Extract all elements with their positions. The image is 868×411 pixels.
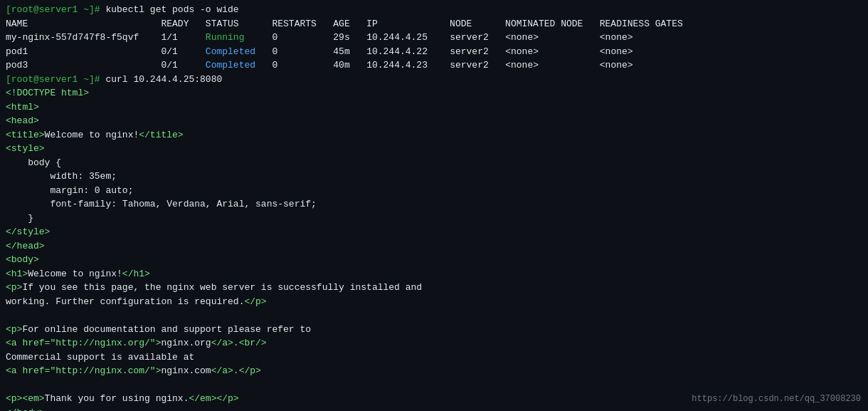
pod3-name: pod3 [6,60,161,71]
command-2: curl 10.244.4.25:8080 [100,74,223,85]
pod1-age: 29s [333,32,366,43]
output-3: <head> [6,114,862,128]
output-7: width: 35em; [6,170,862,184]
pod3-row: pod3 0/1 Completed 0 40m 10.244.4.23 ser… [6,58,862,73]
pod2-ip: 10.244.4.22 [366,46,450,57]
pod1-row: my-nginx-557d747f8-f5qvf 1/1 Running 0 2… [6,31,862,45]
output-13: <body> [6,253,862,267]
output-9: font-family: Tahoma, Verdana, Arial, san… [6,197,862,212]
pod1-name: my-nginx-557d747f8-f5qvf [6,32,161,43]
pod2-status: Completed [206,46,272,57]
pod2-nominated: <none> [505,46,600,57]
command-line-1: [root@server1 ~]# kubectl get pods -o wi… [6,3,862,17]
command-line-2: [root@server1 ~]# curl 10.244.4.25:8080 [6,73,862,87]
output-4: <title>Welcome to nginx!</title> [6,128,862,142]
command-1: kubectl get pods -o wide [100,4,239,15]
pod2-restarts: 0 [272,46,333,57]
terminal: [root@server1 ~]# kubectl get pods -o wi… [0,0,868,411]
prompt-2: [root@server1 ~]# [6,74,100,85]
output-8: margin: 0 auto; [6,184,862,198]
pod1-restarts: 0 [272,32,333,43]
pod3-node: server2 [450,60,505,71]
watermark: https://blog.csdn.net/qq_37008230 [692,394,861,404]
pod2-row: pod1 0/1 Completed 0 45m 10.244.4.22 ser… [6,45,862,59]
prompt-1: [root@server1 ~]# [6,4,100,15]
pod1-ip: 10.244.4.25 [366,32,450,43]
pod3-age: 40m [333,60,366,71]
output-1: <!DOCTYPE html> [6,86,862,100]
pod1-nominated: <none> [505,32,600,43]
output-6: body { [6,156,862,170]
pod2-age: 45m [333,46,366,57]
output-2: <html> [6,100,862,115]
output-12: </head> [6,239,862,254]
pod3-ip: 10.244.4.23 [366,60,450,71]
pod1-ready: 1/1 [161,32,205,43]
output-10: } [6,212,862,226]
pod1-readiness: <none> [600,32,633,43]
output-blank-1 [6,308,862,323]
pod3-status: Completed [206,60,272,71]
output-17: <p>For online documentation and support … [6,323,862,337]
output-16: working. Further configuration is requir… [6,295,862,309]
output-19: Commercial support is available at [6,350,862,365]
pod1-status: Running [206,32,272,43]
pod3-readiness: <none> [600,60,633,71]
pod2-readiness: <none> [600,46,633,57]
pod2-ready: 0/1 [161,46,205,57]
pod2-name: pod1 [6,46,161,57]
pod3-nominated: <none> [505,60,600,71]
pod1-node: server2 [450,32,505,43]
output-20: <a href="http://nginx.com/">nginx.com</a… [6,364,862,378]
pod3-ready: 0/1 [161,60,205,71]
pod2-node: server2 [450,46,505,57]
output-18: <a href="http://nginx.org/">nginx.org</a… [6,336,862,350]
output-14: <h1>Welcome to nginx!</h1> [6,267,862,281]
output-22: </body> [6,406,862,412]
output-11: </style> [6,225,862,239]
output-blank-2 [6,378,862,392]
output-15: <p>If you see this page, the nginx web s… [6,281,862,295]
pod3-restarts: 0 [272,60,333,71]
kubectl-header: NAME READY STATUS RESTARTS AGE IP NODE N… [6,17,862,31]
output-5: <style> [6,142,862,156]
